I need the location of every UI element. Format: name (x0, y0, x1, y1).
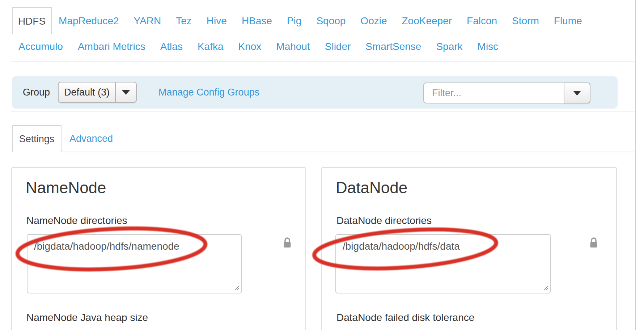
tab-mahout[interactable]: Mahout (276, 41, 310, 52)
group-label: Group (23, 76, 50, 109)
service-tabs-divider (11, 62, 636, 62)
tab-hive[interactable]: Hive (207, 15, 227, 27)
namenode-directories-field: /bigdata/hadoop/hdfs/namenode (27, 234, 242, 293)
config-tabs-divider (11, 152, 636, 152)
tab-hbase[interactable]: HBase (242, 15, 272, 27)
tab-flume[interactable]: Flume (554, 15, 582, 27)
tab-knox[interactable]: Knox (238, 41, 262, 52)
tab-falcon[interactable]: Falcon (467, 15, 497, 27)
filter-caret-button[interactable] (564, 82, 590, 103)
service-tabs-row1: MapReduce2 YARN Tez Hive HBase Pig Sqoop… (59, 7, 582, 34)
config-group-bar: Group Default (3) Manage Config Groups (12, 76, 618, 109)
tab-hdfs[interactable]: HDFS (12, 7, 52, 34)
namenode-directories-textarea[interactable]: /bigdata/hadoop/hdfs/namenode (27, 234, 242, 293)
group-select: Default (3) (58, 82, 137, 103)
group-bar-bottom-divider (11, 111, 636, 111)
tab-slider[interactable]: Slider (325, 41, 351, 52)
tab-accumulo[interactable]: Accumulo (18, 41, 63, 52)
hdfs-config-page: HDFS MapReduce2 YARN Tez Hive HBase Pig … (0, 0, 644, 330)
tab-settings[interactable]: Settings (12, 125, 62, 152)
tab-sqoop[interactable]: Sqoop (316, 15, 346, 27)
namenode-directories-label: NameNode directories (26, 215, 127, 227)
datanode-directories-label: DataNode directories (336, 215, 432, 227)
tab-advanced[interactable]: Advanced (69, 125, 113, 152)
manage-config-groups-link[interactable]: Manage Config Groups (158, 76, 259, 109)
caret-down-icon (573, 91, 581, 96)
datanode-panel: DataNode DataNode directories /bigdata/h… (321, 167, 617, 330)
tab-ambari-metrics[interactable]: Ambari Metrics (78, 41, 145, 52)
lock-icon (283, 237, 292, 249)
tab-zookeeper[interactable]: ZooKeeper (402, 15, 452, 27)
group-select-caret-button[interactable] (115, 82, 137, 103)
tab-mapreduce2[interactable]: MapReduce2 (59, 15, 119, 27)
namenode-heap-label: NameNode Java heap size (26, 312, 148, 323)
tab-pig[interactable]: Pig (287, 15, 301, 27)
datanode-directories-field: /bigdata/hadoop/hdfs/data (335, 234, 551, 293)
tab-oozie[interactable]: Oozie (360, 15, 387, 27)
group-select-button[interactable]: Default (3) (58, 82, 116, 103)
namenode-panel-title: NameNode (26, 179, 106, 197)
datanode-tolerance-label: DataNode failed disk tolerance (336, 312, 474, 323)
tab-storm[interactable]: Storm (512, 15, 539, 27)
tab-spark[interactable]: Spark (436, 41, 462, 52)
datanode-panel-title: DataNode (336, 179, 407, 197)
tab-yarn[interactable]: YARN (134, 15, 161, 27)
tab-misc[interactable]: Misc (478, 41, 499, 52)
window-edge-divider (635, 0, 636, 330)
filter-input[interactable] (423, 82, 564, 103)
datanode-directories-textarea[interactable]: /bigdata/hadoop/hdfs/data (335, 234, 551, 293)
service-tabs-row2: Accumulo Ambari Metrics Atlas Kafka Knox… (18, 35, 498, 58)
tab-atlas[interactable]: Atlas (160, 41, 183, 52)
tab-smartsense[interactable]: SmartSense (365, 41, 421, 52)
tab-kafka[interactable]: Kafka (198, 41, 224, 52)
namenode-panel: NameNode NameNode directories /bigdata/h… (11, 167, 306, 330)
filter-group (423, 82, 590, 103)
lock-icon (589, 237, 598, 249)
caret-down-icon (122, 90, 130, 95)
tab-tez[interactable]: Tez (176, 15, 192, 27)
